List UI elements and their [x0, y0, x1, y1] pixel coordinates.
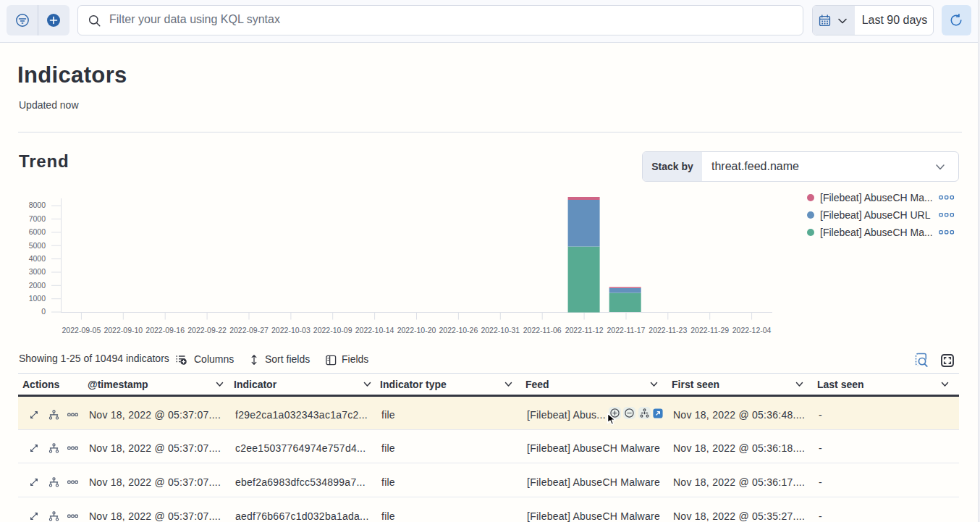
svg-text:6000: 6000: [29, 227, 46, 236]
svg-text:2022-09-05: 2022-09-05: [62, 326, 101, 334]
svg-text:2022-11-29: 2022-11-29: [690, 326, 729, 334]
svg-text:2022-09-10: 2022-09-10: [104, 326, 143, 334]
svg-text:1000: 1000: [29, 294, 46, 303]
svg-text:8000: 8000: [29, 201, 46, 209]
svg-text:2022-09-22: 2022-09-22: [187, 326, 227, 334]
svg-text:5000: 5000: [29, 241, 46, 250]
svg-text:2022-10-31: 2022-10-31: [481, 326, 520, 334]
svg-text:2022-11-17: 2022-11-17: [607, 326, 646, 334]
svg-text:2022-11-06: 2022-11-06: [523, 326, 562, 334]
svg-text:2022-10-14: 2022-10-14: [355, 326, 394, 334]
svg-text:2022-10-26: 2022-10-26: [439, 326, 478, 334]
svg-text:3000: 3000: [29, 267, 46, 276]
svg-text:2022-09-27: 2022-09-27: [229, 326, 269, 334]
svg-text:2022-10-03: 2022-10-03: [271, 326, 311, 334]
svg-text:2022-12-04: 2022-12-04: [732, 326, 772, 334]
svg-text:4000: 4000: [29, 254, 46, 263]
svg-text:2022-11-23: 2022-11-23: [649, 326, 687, 334]
svg-text:7000: 7000: [29, 214, 46, 223]
svg-text:0: 0: [41, 307, 46, 316]
svg-text:2022-10-09: 2022-10-09: [313, 326, 352, 334]
svg-text:2022-11-12: 2022-11-12: [565, 326, 604, 334]
svg-text:2022-09-16: 2022-09-16: [145, 326, 185, 334]
svg-text:2000: 2000: [29, 281, 46, 290]
svg-text:2022-10-20: 2022-10-20: [397, 326, 436, 334]
